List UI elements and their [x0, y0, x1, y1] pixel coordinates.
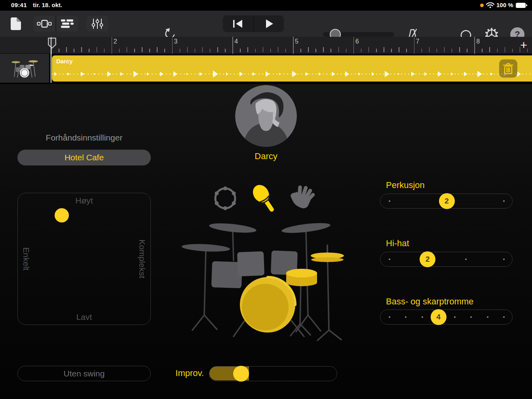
- waveform-marker: [120, 72, 123, 76]
- drum-kit-illustration[interactable]: [173, 213, 355, 348]
- waveform-marker: [385, 71, 390, 77]
- stepper-dot[interactable]: [465, 258, 467, 260]
- stepper-dot[interactable]: [454, 316, 456, 318]
- waveform-marker: [279, 73, 281, 75]
- clock: 09:41: [11, 2, 27, 8]
- waveform-marker: [490, 72, 493, 76]
- timeline-ruler[interactable]: 12345678: [0, 37, 532, 54]
- faders-icon: [91, 19, 103, 29]
- ruler-tick: [361, 49, 362, 52]
- ruler-tick: [482, 49, 483, 52]
- xy-pad-puck[interactable]: [55, 208, 69, 222]
- ruler-tick: [59, 49, 59, 52]
- ruler-bar-number: 7: [416, 38, 420, 45]
- hihat-stepper[interactable]: 2: [380, 252, 513, 267]
- ruler-tick: [369, 47, 369, 52]
- status-bar: 09:41 tir. 18. okt. 100 %: [0, 0, 532, 11]
- stepper-dot[interactable]: [405, 316, 407, 318]
- track-row: Darcy: [0, 54, 532, 83]
- drummer-avatar[interactable]: [235, 85, 297, 147]
- percussion-stepper[interactable]: 2: [380, 194, 513, 209]
- waveform-marker: [133, 71, 138, 77]
- handclap-button[interactable]: [288, 184, 316, 212]
- handclap-icon: [289, 185, 315, 211]
- tambourine-button[interactable]: [212, 185, 239, 212]
- waveform-marker: [147, 72, 149, 76]
- loudness-complexity-pad[interactable]: Høyt Lavt Enkelt Komplekst: [17, 193, 151, 325]
- live-loops-view-button[interactable]: [33, 16, 55, 32]
- swing-button[interactable]: Uten swing: [17, 366, 151, 381]
- ruler-tick: [459, 47, 460, 52]
- playhead-marker[interactable]: [48, 38, 56, 49]
- ruler-tick: [149, 49, 150, 52]
- ruler-tick: [376, 49, 377, 52]
- ruler-tick: [202, 47, 203, 52]
- stepper-dot[interactable]: [503, 258, 505, 260]
- play-icon: [264, 19, 274, 28]
- stepper-dot[interactable]: [503, 200, 505, 202]
- skip-to-start-button[interactable]: [223, 15, 253, 32]
- waveform-marker: [438, 71, 442, 77]
- ruler-tick: [437, 49, 437, 52]
- hi-hat-yellow[interactable]: [311, 245, 344, 262]
- ruler-tick: [406, 49, 407, 52]
- ruler-tick: [429, 47, 430, 52]
- stepper-dot[interactable]: [470, 316, 472, 318]
- maracas-button[interactable]: [249, 182, 278, 213]
- ruler-bar-line: [172, 37, 173, 54]
- ruler-tick: [467, 49, 467, 52]
- waveform-marker: [226, 72, 228, 76]
- stepper-dot[interactable]: [503, 316, 505, 318]
- ruler-tick: [285, 49, 286, 52]
- xy-label-bottom: Lavt: [18, 312, 150, 322]
- kick-drum-yellow[interactable]: [240, 277, 295, 332]
- ruler-tick: [338, 47, 339, 52]
- playhead-line[interactable]: [51, 38, 51, 83]
- tambourine-icon: [213, 186, 238, 211]
- privacy-indicator-dot: [480, 4, 484, 7]
- ruler-tick: [119, 49, 120, 52]
- stepper-dot[interactable]: [422, 316, 423, 318]
- gray-cymbals[interactable]: [182, 221, 331, 253]
- mixer-button[interactable]: [86, 16, 108, 32]
- ruler-bar-line: [414, 37, 415, 54]
- stepper-dot[interactable]: [487, 316, 488, 318]
- toolbar: ?: [0, 11, 532, 37]
- drummer-region[interactable]: Darcy: [52, 55, 532, 82]
- stepper-dot[interactable]: [389, 316, 390, 318]
- play-button[interactable]: [254, 15, 284, 32]
- stepper-knob[interactable]: 2: [439, 193, 455, 209]
- stepper-dot[interactable]: [389, 258, 390, 260]
- maracas-icon-selected: [249, 182, 278, 213]
- kick-snare-stepper[interactable]: 4: [380, 310, 513, 325]
- ruler-tick: [315, 49, 316, 52]
- waveform-marker: [517, 71, 521, 77]
- improv-slider-knob[interactable]: [233, 366, 249, 382]
- ruler-tick: [127, 47, 127, 52]
- delete-region-button[interactable]: [499, 59, 517, 78]
- waveform-marker: [173, 71, 177, 77]
- preset-button[interactable]: Hotel Cafe: [17, 150, 151, 165]
- presets-label: Forhåndsinnstillinger: [17, 133, 151, 142]
- stepper-knob[interactable]: 2: [420, 251, 435, 267]
- snare-yellow[interactable]: [286, 269, 317, 286]
- ruler-tick: [300, 49, 301, 52]
- ruler-tick: [104, 49, 105, 52]
- battery-icon-nub: [526, 4, 527, 6]
- waveform-marker: [200, 72, 202, 76]
- waveform-marker: [372, 72, 374, 76]
- tracks-view-button[interactable]: [56, 16, 78, 32]
- stepper-knob[interactable]: 4: [431, 309, 446, 325]
- improv-slider[interactable]: [209, 366, 337, 381]
- waveform-marker: [345, 71, 349, 77]
- ruler-tick: [157, 47, 158, 52]
- ruler-tick: [391, 49, 392, 52]
- ruler-tick: [195, 49, 196, 52]
- track-header-drums[interactable]: [0, 54, 49, 83]
- stepper-dot[interactable]: [389, 200, 390, 202]
- document-button[interactable]: [8, 16, 24, 32]
- add-track-button[interactable]: +: [517, 38, 530, 52]
- drummer-avatar-image: [235, 85, 297, 147]
- battery-icon: [516, 3, 526, 8]
- ruler-tick: [497, 49, 498, 52]
